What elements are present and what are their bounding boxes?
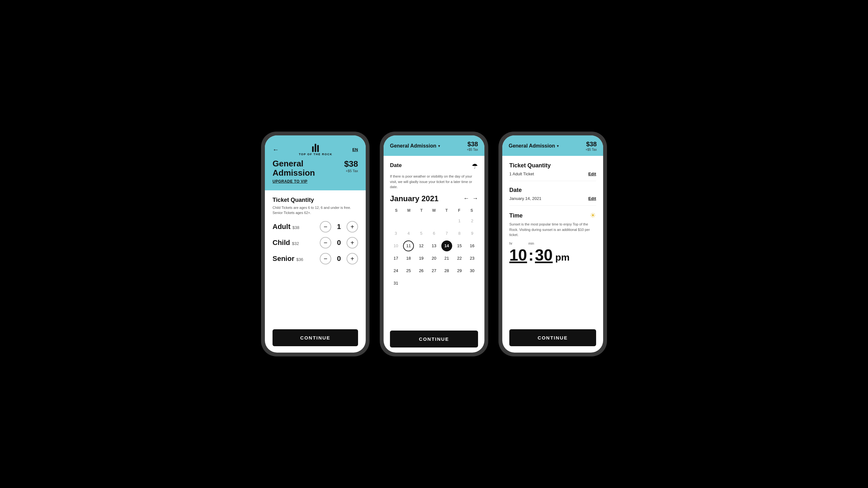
back-button[interactable]: ←	[273, 146, 279, 153]
cal-cell[interactable]: 3	[390, 228, 402, 239]
hr-label: hr	[509, 241, 513, 245]
day-s2: S	[466, 207, 478, 214]
cal-cell[interactable]: 27	[428, 265, 440, 277]
cal-cell[interactable]: 29	[454, 265, 465, 277]
cal-cell[interactable]: 14	[441, 240, 452, 251]
cal-cell[interactable]: 1	[454, 215, 465, 227]
chevron-icon-2: ▾	[438, 144, 440, 148]
cal-cell[interactable]: 24	[390, 265, 402, 277]
cal-cell	[466, 278, 478, 289]
cal-cell[interactable]: 2	[466, 215, 478, 227]
admission-title-1: GeneralAdmission	[273, 159, 315, 177]
cal-cell[interactable]: 8	[454, 228, 465, 239]
adult-stepper: − 1 +	[320, 221, 358, 232]
upgrade-link[interactable]: UPGRADE TO VIP	[273, 179, 307, 184]
senior-stepper: − 0 +	[320, 253, 358, 264]
day-m: M	[402, 207, 415, 214]
cal-cell[interactable]: 13	[428, 240, 440, 252]
admission-label-2: General Admission	[390, 143, 436, 149]
cal-cell[interactable]: 15	[454, 240, 465, 252]
qty-summary-value: 1 Adult Ticket	[509, 172, 534, 176]
phone-3-inner: General Admission ▾ $38 +$5 Tax Ticket Q…	[502, 136, 603, 352]
cal-cell[interactable]: 7	[441, 228, 453, 239]
cal-cell[interactable]: 18	[403, 253, 414, 264]
time-section-title: Time	[509, 212, 523, 219]
cal-cell	[415, 215, 427, 227]
continue-btn-1[interactable]: CONTINUE	[273, 329, 358, 346]
time-display: 10 : 30 pm	[509, 246, 596, 264]
time-ampm[interactable]: pm	[555, 252, 569, 263]
price-block-1: $38 +$5 Tax	[344, 159, 358, 173]
cal-cell[interactable]: 28	[441, 265, 453, 277]
adult-price: $38	[292, 225, 299, 230]
cal-cell	[428, 278, 440, 289]
child-plus-btn[interactable]: +	[347, 237, 358, 249]
cal-cell[interactable]: 9	[466, 228, 478, 239]
cal-cell	[403, 215, 414, 227]
screen2-header: General Admission ▾ $38 +$5 Tax	[383, 136, 485, 156]
screens-container: ← TOP OF THE ROCK EN GeneralAdmission	[261, 132, 607, 356]
bar3	[317, 145, 319, 152]
cal-cell[interactable]: 4	[403, 228, 414, 239]
admission-selector-2[interactable]: General Admission ▾	[390, 143, 440, 149]
edit-date-link[interactable]: Edit	[588, 196, 596, 201]
senior-plus-btn[interactable]: +	[347, 253, 358, 264]
cal-cell[interactable]: 21	[441, 253, 453, 264]
month-nav: January 2021 ← →	[390, 194, 478, 203]
time-min[interactable]: 30	[535, 246, 553, 264]
cal-cell[interactable]: 16	[466, 240, 478, 252]
lang-button[interactable]: EN	[352, 147, 358, 152]
cal-cell	[403, 278, 414, 289]
cal-cell[interactable]: 23	[466, 253, 478, 264]
continue-btn-2[interactable]: CONTINUE	[390, 331, 478, 347]
month-arrows: ← →	[463, 195, 478, 202]
date-subtitle: If there is poor weather or visibility o…	[390, 174, 478, 190]
cal-cell[interactable]: 19	[415, 253, 427, 264]
time-hr[interactable]: 10	[509, 246, 527, 264]
senior-row: Senior $36 − 0 +	[273, 253, 358, 264]
cal-cell[interactable]: 10	[390, 240, 402, 252]
qty-summary-title: Ticket Quantity	[509, 162, 596, 169]
qty-summary-row: 1 Adult Ticket Edit	[509, 172, 596, 176]
cal-cell[interactable]: 17	[390, 253, 402, 264]
cal-cell[interactable]: 6	[428, 228, 440, 239]
cal-cell[interactable]: 25	[403, 265, 414, 277]
cal-cell[interactable]: 31	[390, 278, 402, 289]
cal-cell[interactable]: 11	[403, 240, 414, 251]
screen3-header: General Admission ▾ $38 +$5 Tax	[502, 136, 603, 156]
senior-minus-btn[interactable]: −	[320, 253, 331, 264]
price-block-3: $38 +$5 Tax	[586, 141, 597, 151]
child-label: Child $32	[273, 238, 299, 247]
child-minus-btn[interactable]: −	[320, 237, 331, 249]
cal-cell[interactable]: 26	[415, 265, 427, 277]
qty-summary-section: Ticket Quantity 1 Adult Ticket Edit	[509, 162, 596, 181]
bar2	[315, 144, 316, 152]
day-f: F	[453, 207, 465, 214]
cal-cell[interactable]: 20	[428, 253, 440, 264]
admission-selector-3[interactable]: General Admission ▾	[509, 143, 559, 149]
cal-cell	[415, 278, 427, 289]
calendar-section: Date ☂ If there is poor weather or visib…	[383, 156, 485, 293]
screen1-body: Ticket Quantity Child Tickets are ages 6…	[265, 190, 366, 352]
qty-subtitle: Child Tickets are ages 6 to 12, 6 and un…	[273, 205, 358, 215]
continue-btn-3[interactable]: CONTINUE	[509, 329, 596, 346]
cal-cell[interactable]: 22	[454, 253, 465, 264]
adult-label: Adult $38	[273, 223, 299, 231]
adult-minus-btn[interactable]: −	[320, 221, 331, 232]
price-block-2: $38 +$5 Tax	[467, 141, 478, 151]
cal-cell[interactable]: 30	[466, 265, 478, 277]
price-main-3: $38	[586, 141, 597, 148]
cal-cell[interactable]: 12	[415, 240, 427, 252]
edit-qty-link[interactable]: Edit	[588, 172, 596, 176]
cal-cell[interactable]: 5	[415, 228, 427, 239]
adult-plus-btn[interactable]: +	[347, 221, 358, 232]
cal-cell	[390, 215, 402, 227]
admission-row-1: GeneralAdmission UPGRADE TO VIP $38 +$5 …	[273, 159, 358, 184]
phone-1-inner: ← TOP OF THE ROCK EN GeneralAdmission	[265, 136, 366, 352]
prev-month-btn[interactable]: ←	[463, 195, 469, 202]
date-summary-title: Date	[509, 187, 596, 194]
screen1-header: ← TOP OF THE ROCK EN GeneralAdmission	[265, 136, 366, 190]
next-month-btn[interactable]: →	[472, 195, 478, 202]
bar1	[312, 146, 314, 152]
admission-label-3: General Admission	[509, 143, 555, 149]
